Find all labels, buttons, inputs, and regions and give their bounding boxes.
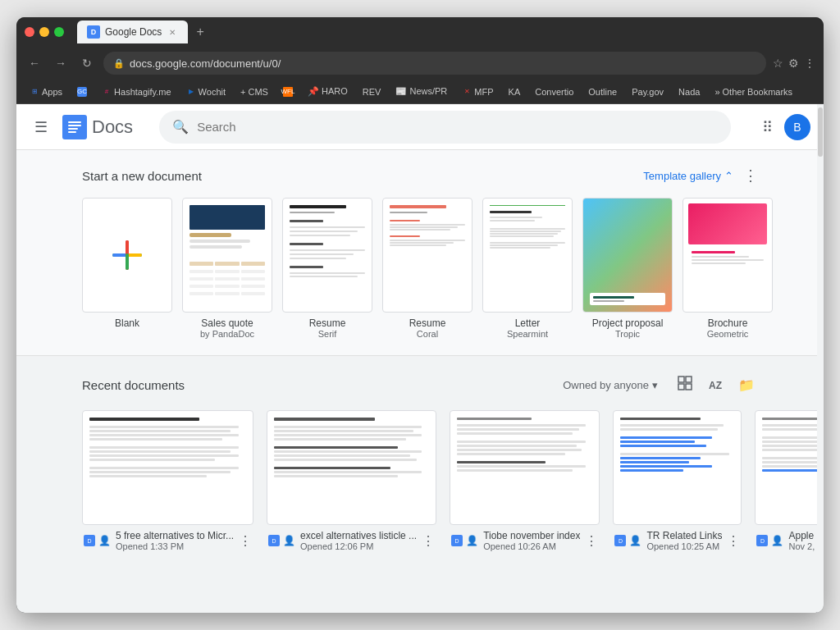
bookmark-mfp[interactable]: ✕ MFP	[457, 85, 498, 98]
new-tab-button[interactable]: +	[191, 25, 208, 39]
sort-az-button[interactable]: AZ	[705, 374, 725, 395]
rev-label: REV	[363, 87, 381, 97]
brochure-text	[688, 248, 767, 267]
template-resume-serif-thumbnail	[282, 198, 372, 313]
bookmark-haro[interactable]: 📌 HARO	[303, 84, 353, 98]
doc-card-1[interactable]: D 👤 excel alternatives listicle ... Open…	[267, 410, 436, 551]
svg-rect-2	[68, 125, 81, 126]
bookmark-paygov[interactable]: Pay.gov	[627, 85, 669, 98]
doc-preview-content-1	[267, 411, 436, 484]
svg-rect-0	[62, 115, 87, 139]
refresh-button[interactable]: ↻	[77, 53, 97, 73]
bookmark-gc[interactable]: GC	[72, 85, 92, 98]
doc-card-2[interactable]: D 👤 Tiobe november index Opened 10:26 AM…	[450, 410, 600, 551]
templates-grid: Blank	[82, 198, 758, 339]
bookmark-rev[interactable]: REV	[358, 85, 386, 98]
user-avatar[interactable]: B	[784, 114, 810, 140]
search-bar[interactable]: 🔍	[159, 111, 731, 144]
doc-preview-3	[613, 410, 742, 525]
doc-more-button-1[interactable]: ⋮	[422, 533, 435, 549]
doc-preview-content-0	[83, 411, 253, 484]
svg-rect-3	[68, 128, 78, 130]
doc-meta-1: D 👤	[268, 535, 295, 546]
template-letter[interactable]: Letter Spearmint	[482, 198, 573, 339]
minimize-window-button[interactable]	[39, 27, 49, 37]
doc-meta-3: D 👤	[614, 535, 641, 546]
apps-grid-icon[interactable]: ⠿	[757, 113, 778, 141]
address-bar: ← → ↻ 🔒 docs.google.com/document/u/0/ ☆ …	[16, 47, 824, 80]
header-actions: ⠿ B	[757, 113, 810, 141]
templates-more-button[interactable]: ⋮	[743, 167, 758, 185]
recent-docs-grid: D 👤 5 free alternatives to Micr... Opene…	[82, 410, 758, 551]
bookmark-outline[interactable]: Outline	[583, 85, 622, 98]
bookmark-star-icon[interactable]: ☆	[773, 57, 783, 70]
templates-section-title: Start a new document	[82, 169, 202, 183]
plus-icon	[107, 235, 147, 275]
bookmark-cms[interactable]: + CMS	[235, 85, 273, 98]
template-resume-coral[interactable]: Resume Coral	[382, 198, 472, 339]
bookmark-apps[interactable]: ⊞ Apps	[25, 85, 67, 98]
title-bar: D Google Docs ✕ +	[16, 17, 824, 47]
search-input[interactable]	[197, 120, 718, 134]
grid-icon	[678, 376, 692, 390]
docs-logo: Docs	[62, 115, 133, 139]
haro-label: 📌 HARO	[308, 86, 348, 97]
bookmark-wochit[interactable]: ▶ Wochit	[181, 85, 231, 98]
doc-preview-1	[267, 410, 436, 525]
bookmark-hashtagify[interactable]: # Hashtagify.me	[97, 85, 176, 98]
doc-card-3[interactable]: D 👤 TR Related Links Opened 10:25 AM ⋮	[613, 410, 742, 551]
recent-section-title: Recent documents	[82, 378, 185, 392]
grid-view-button[interactable]	[674, 372, 696, 397]
ka-label: KA	[509, 87, 521, 97]
extensions-icon[interactable]: ⚙	[788, 57, 799, 70]
bookmark-other[interactable]: » Other Bookmarks	[710, 85, 797, 98]
url-bar[interactable]: 🔒 docs.google.com/document/u/0/	[103, 52, 766, 75]
svg-rect-4	[68, 131, 76, 133]
template-sales-quote[interactable]: Sales quote by PandaDoc	[182, 198, 272, 339]
bookmark-wfl[interactable]: WFL	[278, 85, 298, 98]
template-resume-serif[interactable]: Resume Serif	[282, 198, 372, 339]
doc-more-button-0[interactable]: ⋮	[239, 533, 252, 549]
resume-coral-content	[383, 199, 472, 253]
template-gallery-label: Template gallery	[643, 170, 721, 182]
template-blank-thumbnail	[82, 198, 172, 313]
template-resume-coral-name: Resume	[409, 317, 446, 329]
folder-view-button[interactable]: 📁	[735, 374, 758, 396]
bookmark-nada[interactable]: Nada	[673, 85, 705, 98]
template-project-proposal[interactable]: Project proposal Tropic	[582, 198, 673, 339]
template-resume-coral-subname: Coral	[417, 329, 438, 339]
template-resume-serif-name: Resume	[309, 317, 346, 329]
resume-serif-lines	[283, 199, 372, 284]
tab-title: Google Docs	[105, 26, 162, 38]
template-letter-name: Letter	[515, 317, 541, 329]
doc-type-icon-2: D	[451, 535, 463, 546]
mfp-label: MFP	[474, 87, 493, 97]
doc-card-4[interactable]: D 👤 Apple event news update Nov 2, 2020 …	[755, 410, 824, 551]
hamburger-menu-button[interactable]: ☰	[30, 113, 52, 141]
doc-more-button-3[interactable]: ⋮	[727, 533, 740, 549]
scrollbar[interactable]	[817, 104, 824, 613]
scrollbar-thumb[interactable]	[818, 107, 823, 157]
doc-time-3: Opened 10:25 AM	[646, 541, 722, 551]
doc-more-button-2[interactable]: ⋮	[585, 533, 598, 549]
owned-by-dropdown[interactable]: Owned by anyone ▾	[556, 376, 664, 395]
letter-content	[483, 199, 572, 255]
bookmark-convertio[interactable]: Convertio	[530, 85, 578, 98]
bookmark-ka[interactable]: KA	[504, 85, 526, 98]
bookmark-newspr[interactable]: 📰 News/PR	[390, 84, 452, 98]
doc-footer-2: D 👤 Tiobe november index Opened 10:26 AM…	[450, 530, 600, 551]
template-project-proposal-name: Project proposal	[592, 317, 664, 329]
template-gallery-button[interactable]: Template gallery ⌃	[643, 170, 733, 182]
close-window-button[interactable]	[25, 27, 34, 37]
back-button[interactable]: ←	[25, 53, 44, 73]
menu-icon[interactable]: ⋮	[804, 57, 815, 70]
template-brochure[interactable]: Brochure Geometric	[682, 198, 773, 339]
maximize-window-button[interactable]	[54, 27, 64, 37]
forward-button[interactable]: →	[51, 53, 71, 73]
tab-close-button[interactable]: ✕	[167, 26, 178, 38]
active-tab[interactable]: D Google Docs ✕	[77, 21, 188, 43]
template-blank[interactable]: Blank	[82, 198, 172, 339]
doc-card-0[interactable]: D 👤 5 free alternatives to Micr... Opene…	[82, 410, 253, 551]
outline-label: Outline	[588, 87, 617, 97]
svg-rect-1	[68, 121, 81, 123]
